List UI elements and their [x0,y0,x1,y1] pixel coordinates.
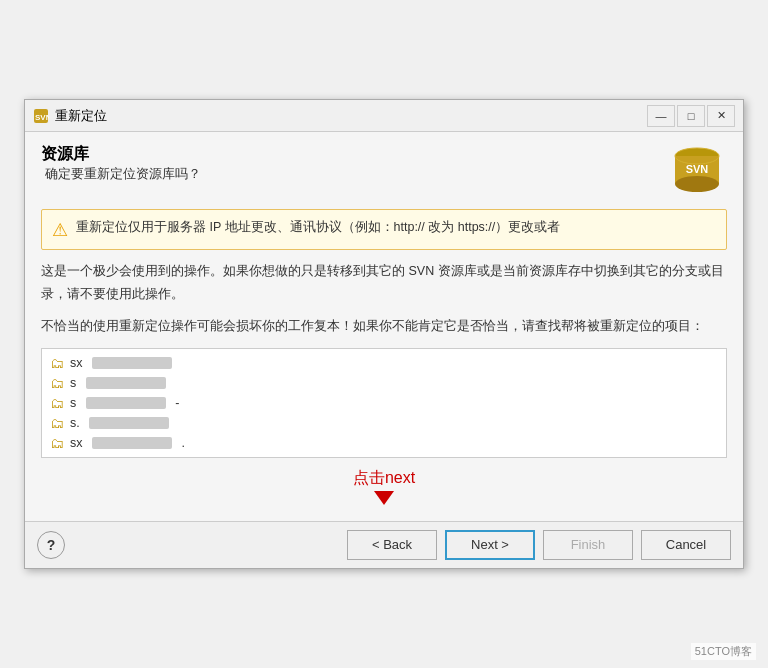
item-blur [86,377,166,389]
info-paragraph1: 这是一个极少会使用到的操作。如果你想做的只是转移到其它的 SVN 资源库或是当前… [41,260,727,305]
annotation-text: 点击next [353,468,415,489]
header-left: 资源库 确定要重新定位资源库吗？ [41,144,201,183]
list-item: 🗂 s - [46,393,722,413]
content-area: 资源库 确定要重新定位资源库吗？ SVN [25,132,743,521]
title-left: SVN 重新定位 [33,107,107,125]
warning-icon: ⚠ [52,219,68,241]
footer: ? < Back Next > Finish Cancel [25,521,743,568]
folder-icon: 🗂 [50,355,64,371]
list-item: 🗂 sx . [46,433,722,453]
item-name: sx [70,436,86,450]
item-suffix: . [178,436,185,450]
folder-icon: 🗂 [50,375,64,391]
item-blur [92,357,172,369]
title-controls: — □ ✕ [647,105,735,127]
subtitle: 确定要重新定位资源库吗？ [45,165,201,183]
title-bar: SVN 重新定位 — □ ✕ [25,100,743,132]
folder-icon: 🗂 [50,395,64,411]
watermark: 51CTO博客 [691,643,756,660]
item-name: s [70,396,80,410]
list-item: 🗂 sx [46,353,722,373]
svg-text:SVN: SVN [686,163,709,175]
svg-point-4 [675,176,719,192]
back-button[interactable]: < Back [347,530,437,560]
folder-icon: 🗂 [50,415,64,431]
warning-text: 重新定位仅用于服务器 IP 地址更改、通讯协议（例如：http:// 改为 ht… [76,218,560,237]
maximize-button[interactable]: □ [677,105,705,127]
window-title: 重新定位 [55,107,107,125]
arrow-down-icon [374,491,394,505]
folder-icon: 🗂 [50,435,64,451]
item-blur [89,417,169,429]
next-button[interactable]: Next > [445,530,535,560]
dialog-window: SVN 重新定位 — □ ✕ 资源库 确定要重新定位资源库吗？ [24,99,744,569]
help-button[interactable]: ? [37,531,65,559]
svn-logo-svg: SVN [670,146,724,198]
item-blur [86,397,166,409]
list-item: 🗂 s. [46,413,722,433]
section-title: 资源库 [41,144,201,165]
item-name: sx [70,356,86,370]
annotation-area: 点击next [41,468,727,505]
close-button[interactable]: ✕ [707,105,735,127]
minimize-button[interactable]: — [647,105,675,127]
item-suffix: - [172,396,180,410]
info-paragraph2: 不恰当的使用重新定位操作可能会损坏你的工作复本！如果你不能肯定它是否恰当，请查找… [41,315,727,338]
item-blur [92,437,172,449]
svn-logo: SVN [667,144,727,199]
items-list: 🗂 sx 🗂 s 🗂 s - 🗂 s. 🗂 sx . [41,348,727,458]
footer-left: ? [37,531,65,559]
footer-buttons: < Back Next > Finish Cancel [347,530,731,560]
header-row: 资源库 确定要重新定位资源库吗？ SVN [41,144,727,199]
cancel-button[interactable]: Cancel [641,530,731,560]
finish-button[interactable]: Finish [543,530,633,560]
svg-text:SVN: SVN [35,113,49,122]
item-name: s [70,376,80,390]
item-name: s. [70,416,83,430]
window-icon: SVN [33,108,49,124]
warning-box: ⚠ 重新定位仅用于服务器 IP 地址更改、通讯协议（例如：http:// 改为 … [41,209,727,250]
list-item: 🗂 s [46,373,722,393]
